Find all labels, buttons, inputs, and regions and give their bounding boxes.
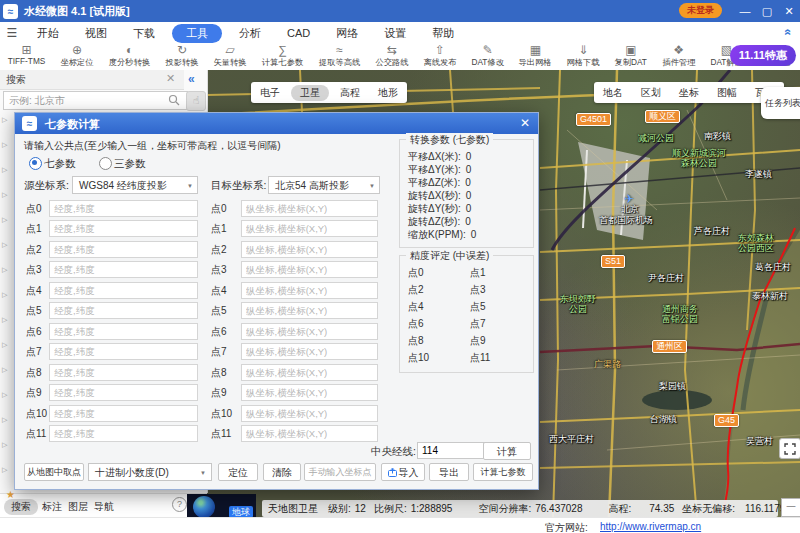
tool-copy-dat[interactable]: ▣复制DAT — [607, 44, 654, 70]
tab-search[interactable]: 搜索 — [4, 499, 38, 515]
manual-input-button[interactable]: 手动输入坐标点 — [304, 463, 376, 481]
point1-xy-input[interactable] — [241, 220, 378, 237]
point0-lonlat-input[interactable] — [49, 200, 198, 217]
coordinate-format-select[interactable]: 十进制小数度(D) — [88, 463, 212, 481]
promo-badge[interactable]: 11.11特惠 — [730, 45, 796, 66]
sidebar-close-icon[interactable]: ✕ — [166, 72, 175, 85]
tool-export-grid[interactable]: ▦导出网格 — [511, 44, 559, 70]
hamburger-icon[interactable]: ☰ — [0, 26, 24, 40]
layer-tab-elevation[interactable]: 高程 — [331, 85, 369, 101]
radio-three-params[interactable] — [99, 157, 112, 170]
tab-layers[interactable]: 图层 — [68, 500, 88, 514]
tree-expander-icon[interactable]: ▷ — [2, 166, 7, 174]
menu-view[interactable]: 视图 — [72, 24, 120, 43]
point6-xy-input[interactable] — [241, 323, 378, 340]
export-button[interactable]: 导出 — [429, 463, 469, 481]
menu-analysis[interactable]: 分析 — [226, 24, 274, 43]
menu-start[interactable]: 开始 — [24, 24, 72, 43]
point7-xy-input[interactable] — [241, 343, 378, 360]
menu-help[interactable]: 帮助 — [419, 24, 467, 43]
menu-settings[interactable]: 设置 — [371, 24, 419, 43]
menu-tools[interactable]: 工具 — [172, 24, 222, 43]
minimize-button[interactable]: — — [734, 0, 756, 22]
tree-expander-icon[interactable]: ▷ — [2, 391, 7, 399]
tree-expander-icon[interactable]: ▷ — [2, 291, 7, 299]
layer-tab-satellite[interactable]: 卫星 — [291, 85, 329, 101]
dialog-close-icon[interactable]: ✕ — [520, 116, 530, 130]
search-input[interactable] — [3, 91, 188, 110]
fullscreen-button[interactable] — [779, 438, 800, 459]
compute-seven-params-button[interactable]: 计算七参数 — [473, 463, 533, 481]
tree-expander-icon[interactable]: ▷ — [2, 216, 7, 224]
point11-lonlat-input[interactable] — [49, 425, 198, 442]
tree-expander-icon[interactable]: ▷ — [2, 466, 7, 474]
pan-tool-button[interactable]: ☝ — [186, 91, 206, 111]
menu-download[interactable]: 下载 — [120, 24, 168, 43]
clear-button[interactable]: 清除 — [263, 463, 301, 481]
tree-expander-icon[interactable]: ▷ — [2, 441, 7, 449]
point4-lonlat-input[interactable] — [49, 282, 198, 299]
tree-expander-icon[interactable]: ▷ — [2, 241, 7, 249]
statusbar-collapse-button[interactable]: — — [781, 498, 800, 517]
point10-xy-input[interactable] — [241, 405, 378, 422]
menu-network[interactable]: 网络 — [323, 24, 371, 43]
menu-cad[interactable]: CAD — [274, 25, 323, 41]
compute-button[interactable]: 计算 — [483, 442, 531, 460]
point10-lonlat-input[interactable] — [49, 405, 198, 422]
point7-lonlat-input[interactable] — [49, 343, 198, 360]
tool-dat-modify[interactable]: ✎DAT修改 — [464, 44, 511, 70]
tool-vector-convert[interactable]: ▱矢量转换 — [206, 44, 254, 70]
tree-expander-icon[interactable]: ▷ — [2, 191, 7, 199]
tree-expander-icon[interactable]: ▷ — [2, 416, 7, 424]
help-icon[interactable]: ? — [172, 497, 187, 512]
central-meridian-input[interactable] — [417, 442, 485, 459]
point11-xy-input[interactable] — [241, 425, 378, 442]
radio-seven-label[interactable]: 七参数 — [44, 157, 76, 171]
tree-expander-icon[interactable]: ▷ — [2, 366, 7, 374]
radio-seven-params[interactable] — [29, 157, 42, 170]
tree-expander-icon[interactable]: ▷ — [2, 316, 7, 324]
point1-lonlat-input[interactable] — [49, 220, 198, 237]
point2-xy-input[interactable] — [241, 241, 378, 258]
tab-annotate[interactable]: 标注 — [42, 500, 62, 514]
tool-bus-routes[interactable]: ⇆公交路线 — [368, 44, 416, 70]
tool-plugin-manager[interactable]: ❖插件管理 — [655, 44, 703, 70]
maximize-button[interactable]: ▢ — [756, 0, 778, 22]
tool-extract-contours[interactable]: ≈提取等高线 — [311, 44, 368, 70]
tool-grid-download[interactable]: ⇓网格下载 — [559, 44, 607, 70]
point8-lonlat-input[interactable] — [49, 364, 198, 381]
point3-xy-input[interactable] — [241, 261, 378, 278]
overlay-tab-coords[interactable]: 坐标 — [670, 85, 708, 101]
tool-coordinate-locate[interactable]: ⊕坐标定位 — [53, 44, 101, 70]
layer-tab-vector[interactable]: 电子 — [251, 85, 289, 101]
tool-tiff-tms[interactable]: ⊞TIFF-TMS — [0, 44, 53, 67]
tree-expander-icon[interactable]: ▷ — [2, 116, 7, 124]
point5-lonlat-input[interactable] — [49, 302, 198, 319]
website-link[interactable]: http://www.rivermap.cn — [600, 521, 701, 532]
sidebar-collapse-icon[interactable]: « — [188, 72, 195, 86]
point5-xy-input[interactable] — [241, 302, 378, 319]
tool-offline-publish[interactable]: ⇧离线发布 — [416, 44, 464, 70]
dialog-title-bar[interactable]: ≈ 七参数计算 ✕ — [15, 113, 538, 134]
point9-lonlat-input[interactable] — [49, 384, 198, 401]
point4-xy-input[interactable] — [241, 282, 378, 299]
radio-three-label[interactable]: 三参数 — [114, 157, 146, 171]
tool-compute-seven-params[interactable]: ∑计算七参数 — [254, 44, 311, 70]
tool-projection-convert[interactable]: ↻投影转换 — [158, 44, 206, 70]
tree-expander-icon[interactable]: ▷ — [2, 341, 7, 349]
point0-xy-input[interactable] — [241, 200, 378, 217]
task-list-panel[interactable]: 任务列表 — [761, 87, 800, 119]
point9-xy-input[interactable] — [241, 384, 378, 401]
login-status-badge[interactable]: 未登录 — [679, 3, 722, 18]
point3-lonlat-input[interactable] — [49, 261, 198, 278]
tab-navigate[interactable]: 导航 — [94, 500, 114, 514]
point2-lonlat-input[interactable] — [49, 241, 198, 258]
overlay-tab-districts[interactable]: 区划 — [632, 85, 670, 101]
source-crs-select[interactable]: WGS84 经纬度投影 — [72, 176, 198, 194]
point6-lonlat-input[interactable] — [49, 323, 198, 340]
search-icon[interactable] — [168, 94, 180, 108]
import-button[interactable]: 导入 — [381, 463, 425, 481]
tree-expander-icon[interactable]: ▷ — [2, 266, 7, 274]
locate-button[interactable]: 定位 — [218, 463, 258, 481]
target-crs-select[interactable]: 北京54 高斯投影 — [268, 176, 380, 194]
